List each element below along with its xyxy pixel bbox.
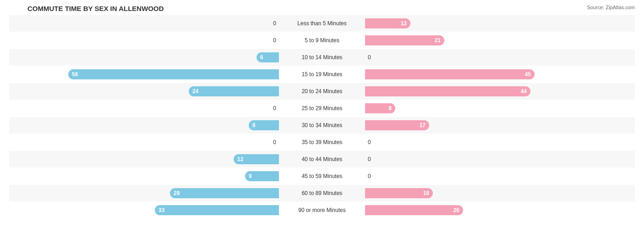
male-value: 9 <box>249 173 252 179</box>
chart-area: 0 Less than 5 Minutes 12 0 5 to 9 Minute… <box>9 15 635 207</box>
chart-row: 0 Less than 5 Minutes 12 <box>9 15 635 32</box>
row-label: 90 or more Minutes <box>281 207 363 213</box>
chart-row: 0 25 to 29 Minutes 8 <box>9 100 635 117</box>
male-value: 56 <box>72 71 78 78</box>
male-value: 29 <box>174 190 180 196</box>
row-label: 45 to 59 Minutes <box>281 173 363 179</box>
chart-row: 24 20 to 24 Minutes 44 <box>9 83 635 100</box>
bar-right-container: 0 <box>363 151 635 167</box>
row-label: 60 to 89 Minutes <box>281 190 363 196</box>
chart-title: COMMUTE TIME BY SEX IN ALLENWOOD <box>9 5 635 12</box>
bar-left-container: 0 <box>9 32 281 49</box>
bar-left-container: 24 <box>9 83 281 100</box>
female-value: 18 <box>423 190 429 196</box>
bar-male: 33 <box>155 205 279 215</box>
chart-row: 0 5 to 9 Minutes 21 <box>9 32 635 49</box>
bar-female: 21 <box>365 35 444 45</box>
female-zero: 0 <box>365 139 371 145</box>
male-value: 8 <box>252 122 256 128</box>
male-value: 6 <box>260 54 263 61</box>
female-zero: 0 <box>365 156 371 162</box>
bar-left-container: 0 <box>9 100 281 117</box>
bar-male: 6 <box>257 52 279 62</box>
row-label: 35 to 39 Minutes <box>281 139 363 145</box>
source-label: Source: ZipAtlas.com <box>587 5 635 10</box>
female-zero: 0 <box>365 54 371 61</box>
bar-female: 18 <box>365 188 433 198</box>
bar-male: 8 <box>249 120 279 130</box>
row-label: Less than 5 Minutes <box>281 20 363 27</box>
female-value: 44 <box>521 88 527 95</box>
row-label: 5 to 9 Minutes <box>281 37 363 44</box>
bar-right-container: 45 <box>363 66 635 83</box>
bar-left-container: 29 <box>9 185 281 201</box>
chart-row: 33 90 or more Minutes 26 <box>9 202 635 218</box>
row-label: 15 to 19 Minutes <box>281 71 363 78</box>
chart-row: 9 45 to 59 Minutes 0 <box>9 168 635 184</box>
chart-row: 12 40 to 44 Minutes 0 <box>9 151 635 167</box>
female-zero: 0 <box>365 173 371 179</box>
chart-container: COMMUTE TIME BY SEX IN ALLENWOOD Source:… <box>0 0 644 240</box>
bar-left-container: 33 <box>9 202 281 218</box>
female-value: 12 <box>401 20 407 27</box>
female-value: 17 <box>420 122 426 128</box>
row-label: 20 to 24 Minutes <box>281 88 363 95</box>
bar-left-container: 9 <box>9 168 281 184</box>
male-zero: 0 <box>273 139 279 145</box>
bar-female: 12 <box>365 18 410 28</box>
bar-female: 26 <box>365 205 463 215</box>
female-value: 21 <box>435 37 441 44</box>
bar-right-container: 18 <box>363 185 635 201</box>
bar-male: 29 <box>170 188 279 198</box>
female-value: 8 <box>388 105 392 112</box>
bar-left-container: 12 <box>9 151 281 167</box>
bar-right-container: 0 <box>363 134 635 151</box>
bar-right-container: 0 <box>363 49 635 66</box>
bar-female: 45 <box>365 69 535 79</box>
bar-male: 56 <box>68 69 279 79</box>
female-value: 45 <box>525 71 531 78</box>
chart-row: 8 30 to 34 Minutes 17 <box>9 117 635 134</box>
bar-right-container: 21 <box>363 32 635 49</box>
bar-left-container: 0 <box>9 134 281 151</box>
row-label: 30 to 34 Minutes <box>281 122 363 128</box>
male-zero: 0 <box>273 20 279 27</box>
bar-male: 12 <box>234 154 279 164</box>
bar-right-container: 17 <box>363 117 635 134</box>
bar-left-container: 6 <box>9 49 281 66</box>
row-label: 10 to 14 Minutes <box>281 54 363 61</box>
row-label: 25 to 29 Minutes <box>281 105 363 112</box>
male-zero: 0 <box>273 37 279 44</box>
bar-right-container: 12 <box>363 15 635 32</box>
male-value: 24 <box>192 88 198 95</box>
bar-right-container: 8 <box>363 100 635 117</box>
chart-row: 6 10 to 14 Minutes 0 <box>9 49 635 66</box>
male-value: 12 <box>237 156 243 162</box>
bar-female: 44 <box>365 86 530 96</box>
row-label: 40 to 44 Minutes <box>281 156 363 162</box>
bar-left-container: 56 <box>9 66 281 83</box>
bar-left-container: 8 <box>9 117 281 134</box>
bar-right-container: 44 <box>363 83 635 100</box>
bar-right-container: 0 <box>363 168 635 184</box>
chart-row: 29 60 to 89 Minutes 18 <box>9 185 635 201</box>
bar-left-container: 0 <box>9 15 281 32</box>
bar-female: 8 <box>365 103 395 113</box>
male-zero: 0 <box>273 105 279 112</box>
bar-female: 17 <box>365 120 429 130</box>
bar-male: 9 <box>245 171 279 181</box>
bar-male: 24 <box>189 86 279 96</box>
female-value: 26 <box>453 207 459 213</box>
chart-row: 0 35 to 39 Minutes 0 <box>9 134 635 151</box>
bar-right-container: 26 <box>363 202 635 218</box>
chart-row: 56 15 to 19 Minutes 45 <box>9 66 635 83</box>
male-value: 33 <box>158 207 164 213</box>
